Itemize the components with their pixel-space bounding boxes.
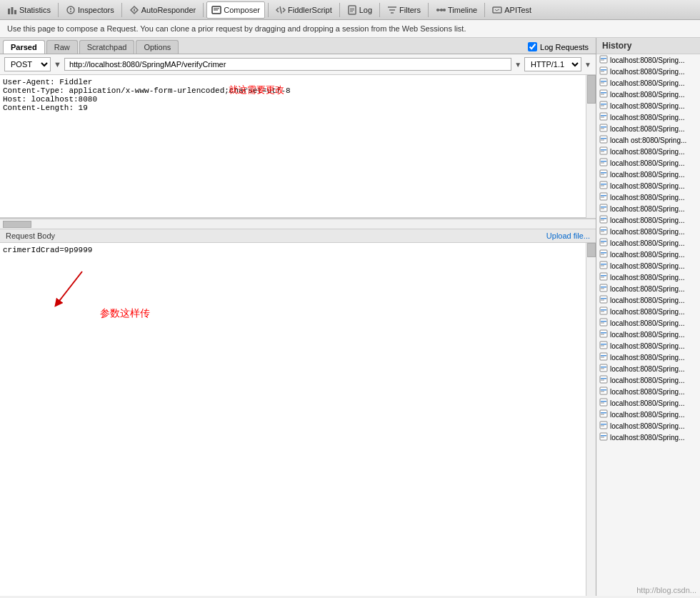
history-item-text: localhost:8080/Spring... xyxy=(610,434,685,442)
history-item[interactable]: localhost:8080/Spring... xyxy=(596,100,700,111)
history-item[interactable]: localhost:8080/Spring... xyxy=(596,214,700,226)
history-item-text: localhost:8080/Spring... xyxy=(610,79,685,87)
svg-rect-57 xyxy=(601,163,604,164)
arrow-annotation xyxy=(43,264,100,317)
svg-rect-69 xyxy=(601,209,604,209)
history-item[interactable]: localhost:8080/Spring... xyxy=(596,260,700,271)
history-item[interactable]: localhost:8080/Spring... xyxy=(596,352,700,363)
svg-rect-0 xyxy=(8,9,10,14)
upload-file-link[interactable]: Upload file... xyxy=(546,231,590,240)
log-button[interactable]: Log xyxy=(343,1,376,19)
svg-rect-65 xyxy=(601,195,606,196)
statistics-button[interactable]: Statistics xyxy=(3,1,55,19)
history-item[interactable]: localhost:8080/Spring... xyxy=(596,249,700,260)
history-item[interactable]: localhost:8080/Spring... xyxy=(596,363,700,374)
history-item-icon xyxy=(599,329,608,339)
history-item[interactable]: localhost:8080/Spring... xyxy=(596,157,700,169)
history-item[interactable]: localhost:8080/Spring... xyxy=(596,237,700,249)
history-item[interactable]: localhost:8080/Spring... xyxy=(596,203,700,214)
history-item-text: localhost:8080/Spring... xyxy=(610,285,685,293)
history-item[interactable]: localhost:8080/Spring... xyxy=(596,226,700,237)
history-item[interactable]: localhost:8080/Spring... xyxy=(596,317,700,329)
history-item[interactable]: localhost:8080/Spring... xyxy=(596,89,700,100)
svg-rect-85 xyxy=(600,273,607,280)
history-item[interactable]: localhost:8080/Spring... xyxy=(596,386,700,397)
history-item-text: localhost:8080/Spring... xyxy=(610,342,685,350)
history-item[interactable]: localhost:8080/Spring... xyxy=(596,374,700,386)
history-item[interactable]: localhost:8080/Spring... xyxy=(596,66,700,77)
svg-rect-92 xyxy=(601,298,606,299)
compose-icon xyxy=(211,5,221,15)
history-item[interactable]: localhost:8080/Spring... xyxy=(596,54,700,66)
autoresponder-button[interactable]: AutoResponder xyxy=(125,1,200,19)
svg-rect-112 xyxy=(600,376,607,383)
headers-scrollbar[interactable] xyxy=(586,75,596,218)
history-item[interactable]: localhost:8080/Spring... xyxy=(596,306,700,317)
svg-rect-93 xyxy=(601,300,604,301)
history-item-icon xyxy=(599,238,608,248)
history-item[interactable]: localhost:8080/Spring... xyxy=(596,432,700,443)
tab-scratchpad[interactable]: Scratchpad xyxy=(79,40,135,54)
history-item[interactable]: localhost:8080/Spring... xyxy=(596,283,700,294)
history-item[interactable]: localhost:8080/Spring... xyxy=(596,340,700,352)
tab-options[interactable]: Options xyxy=(136,40,179,54)
inspectors-button[interactable]: Inspectors xyxy=(61,1,119,19)
log-icon xyxy=(347,5,357,15)
log-requests-checkbox[interactable] xyxy=(528,42,537,51)
history-item[interactable]: localh ost:8080/Spring... xyxy=(596,134,700,146)
svg-rect-122 xyxy=(601,412,606,414)
history-item-icon xyxy=(599,112,608,122)
apitest-button[interactable]: APITest xyxy=(488,1,536,19)
history-item[interactable]: localhost:8080/Spring... xyxy=(596,123,700,134)
fiddlerscript-button[interactable]: FiddlerScript xyxy=(271,1,336,19)
url-arrow-icon: ▼ xyxy=(54,60,61,69)
main-toolbar: Statistics Inspectors AutoResponder Comp… xyxy=(0,0,700,20)
history-item[interactable]: localhost:8080/Spring... xyxy=(596,294,700,306)
timeline-button[interactable]: Timeline xyxy=(431,1,481,19)
history-item-text: localhost:8080/Spring... xyxy=(610,239,685,247)
svg-rect-59 xyxy=(601,172,606,174)
svg-rect-37 xyxy=(600,90,607,97)
history-item[interactable]: localhost:8080/Spring... xyxy=(596,329,700,340)
history-item-icon xyxy=(599,226,608,236)
watermark: http://blog.csdn... xyxy=(636,586,696,594)
composer-button[interactable]: Composer xyxy=(206,1,265,19)
tab-parsed[interactable]: Parsed xyxy=(3,40,45,54)
tab-raw[interactable]: Raw xyxy=(46,40,78,54)
history-item[interactable]: localhost:8080/Spring... xyxy=(596,146,700,157)
headers-editor[interactable]: User-Agent: Fiddler Content-Type: applic… xyxy=(0,75,586,218)
svg-rect-39 xyxy=(601,94,604,95)
left-panel: Parsed Raw Scratchpad Options Log Reques… xyxy=(0,38,596,596)
method-select[interactable]: POST xyxy=(4,57,51,71)
svg-rect-34 xyxy=(600,79,607,86)
body-editor[interactable]: crimerIdCrad=9p9999 参数这样传 xyxy=(0,243,586,596)
headers-annotation: 就这需要更改 xyxy=(229,84,284,96)
history-item[interactable]: localhost:8080/Spring... xyxy=(596,111,700,123)
protocol-select[interactable]: HTTP/1.1 xyxy=(524,57,581,71)
history-item-icon xyxy=(599,387,608,397)
history-item[interactable]: localhost:8080/Spring... xyxy=(596,397,700,409)
history-item[interactable]: localhost:8080/Spring... xyxy=(596,180,700,191)
svg-rect-106 xyxy=(600,353,607,360)
request-body-header: Request Body Upload file... xyxy=(0,229,596,243)
history-item[interactable]: localhost:8080/Spring... xyxy=(596,191,700,203)
history-item[interactable]: localhost:8080/Spring... xyxy=(596,420,700,432)
history-item[interactable]: localhost:8080/Spring... xyxy=(596,409,700,420)
history-item-icon xyxy=(599,341,608,351)
url-input[interactable] xyxy=(64,58,511,71)
svg-rect-71 xyxy=(601,218,606,219)
body-scrollbar[interactable] xyxy=(586,243,596,596)
svg-rect-123 xyxy=(601,414,604,415)
history-item[interactable]: localhost:8080/Spring... xyxy=(596,169,700,180)
svg-rect-44 xyxy=(601,115,606,116)
history-item[interactable]: localhost:8080/Spring... xyxy=(596,77,700,89)
svg-point-5 xyxy=(70,11,71,12)
history-item-icon xyxy=(599,101,608,111)
filters-button[interactable]: Filters xyxy=(383,1,425,19)
history-item[interactable]: localhost:8080/Spring... xyxy=(596,271,700,283)
headers-hscrollbar[interactable] xyxy=(0,219,596,229)
svg-rect-96 xyxy=(601,312,604,312)
history-item-text: localhost:8080/Spring... xyxy=(610,274,685,281)
log-requests-container: Log Requests xyxy=(528,40,589,54)
history-panel: History localhost:8080/Spring... localho… xyxy=(596,38,700,596)
